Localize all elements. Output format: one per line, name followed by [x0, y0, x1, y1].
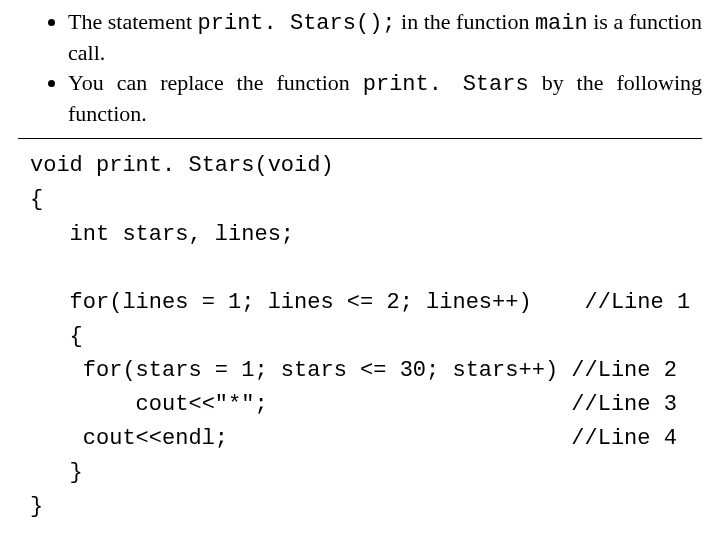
code-line: cout<<"*"; //Line 3: [30, 392, 677, 417]
code-line: cout<<endl; //Line 4: [30, 426, 677, 451]
code-line: for(lines = 1; lines <= 2; lines++) //Li…: [30, 290, 690, 315]
code-line: {: [30, 324, 83, 349]
code-line: void print. Stars(void): [30, 153, 334, 178]
text-fragment: You can replace the function: [68, 70, 363, 95]
code-block: void print. Stars(void) { int stars, lin…: [18, 149, 702, 524]
inline-code: main: [535, 11, 588, 36]
inline-code: print. Stars();: [198, 11, 396, 36]
code-line: int stars, lines;: [30, 222, 294, 247]
text-fragment: The statement: [68, 9, 198, 34]
separator: [18, 138, 702, 139]
code-line: }: [30, 460, 83, 485]
code-line: }: [30, 494, 43, 519]
text-fragment: in the function: [396, 9, 535, 34]
bullet-item-2: You can replace the function print. Star…: [68, 69, 702, 128]
bullet-item-1: The statement print. Stars(); in the fun…: [68, 8, 702, 67]
inline-code: print. Stars: [363, 72, 529, 97]
bullet-list: The statement print. Stars(); in the fun…: [18, 8, 702, 128]
code-line: for(stars = 1; stars <= 30; stars++) //L…: [30, 358, 677, 383]
code-line: {: [30, 187, 43, 212]
